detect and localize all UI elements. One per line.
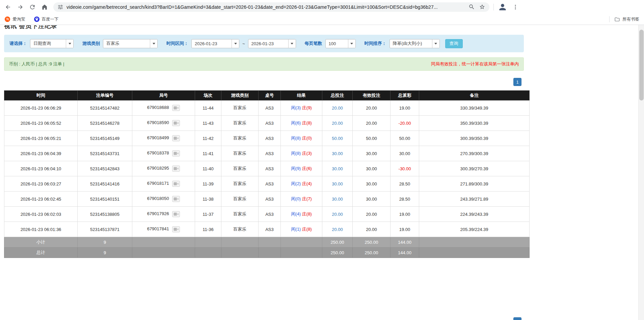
chevron-down-icon[interactable] <box>232 39 239 48</box>
chevron-down-icon[interactable] <box>66 39 73 48</box>
cell-table-no: AS3 <box>259 161 281 176</box>
cell-valid-bet: 20.00 <box>353 207 391 222</box>
select-type-combo[interactable]: 日期查询 <box>30 39 74 48</box>
cell-round: 679018590 <box>132 116 195 131</box>
sort-value[interactable]: 降幂(由大到小) <box>390 39 432 48</box>
cell-time: 2026-01-23 06:02:03 <box>4 207 78 222</box>
all-bookmarks-button[interactable]: 所有书签 <box>614 17 639 22</box>
profile-avatar[interactable] <box>498 2 507 11</box>
cell-table-no: AS3 <box>259 207 281 222</box>
date-end-combo[interactable]: 2026-01-23 <box>248 39 296 48</box>
subtotal-label: 小计 <box>4 237 78 248</box>
bookmark-item-baidu[interactable]: 百度一下 <box>34 17 59 22</box>
total-bet-link[interactable]: 30.00 <box>332 166 343 171</box>
chevron-down-icon[interactable] <box>348 39 355 48</box>
video-replay-icon[interactable] <box>172 211 180 217</box>
scrollbar[interactable] <box>638 25 644 320</box>
tilde-separator: ~ <box>242 41 245 46</box>
chevron-down-icon[interactable] <box>288 39 296 48</box>
video-replay-icon[interactable] <box>172 105 180 111</box>
table-row: 2026-01-23 06:02:03523145138805679017926… <box>4 207 530 222</box>
game-type-combo[interactable]: 百家乐 <box>103 39 158 48</box>
page-button[interactable]: 1 <box>513 317 521 320</box>
cell-time: 2026-01-23 06:05:52 <box>4 116 78 131</box>
date-start-value[interactable]: 2026-01-23 <box>192 39 232 48</box>
cell-note: 300.39/350.39 <box>419 131 530 146</box>
cell-table-no: AS3 <box>259 100 281 116</box>
date-end-value[interactable]: 2026-01-23 <box>248 39 288 48</box>
cell-session: 11-36 <box>195 222 221 237</box>
home-button[interactable] <box>39 1 50 13</box>
video-replay-icon[interactable] <box>172 166 180 172</box>
cell-table-no: AS3 <box>259 146 281 161</box>
total-bet-link[interactable]: 50.00 <box>332 136 343 141</box>
total-bet-link[interactable]: 30.00 <box>332 197 343 202</box>
total-bet-link[interactable]: 20.00 <box>332 227 343 232</box>
cell-result: 闲(9) 庄(6) <box>281 161 322 176</box>
select-type-value[interactable]: 日期查询 <box>30 39 66 48</box>
cell-bet-id: 523145146278 <box>78 116 132 131</box>
game-type-value[interactable]: 百家乐 <box>103 39 150 48</box>
url-text[interactable]: videoie.com/game/betrecord_search/kind3?… <box>66 4 464 10</box>
home-icon <box>41 4 48 10</box>
toolbar-divider <box>493 4 494 10</box>
chevron-down-icon[interactable] <box>432 39 439 48</box>
bookmark-item-taobao[interactable]: 淘 爱淘宝 <box>5 17 25 22</box>
video-replay-icon[interactable] <box>172 150 180 156</box>
cell-valid-bet: 30.00 <box>353 176 391 192</box>
table-row: 2026-01-23 06:05:52523145146278679018590… <box>4 116 530 131</box>
cell-game-type: 百家乐 <box>221 161 259 176</box>
cell-total-bet: 20.00 <box>322 207 353 222</box>
address-bar[interactable]: videoie.com/game/betrecord_search/kind3?… <box>53 2 489 12</box>
search-button[interactable]: 查询 <box>445 39 463 48</box>
video-replay-icon[interactable] <box>172 196 180 202</box>
total-bet-link[interactable]: 20.00 <box>332 106 343 111</box>
total-bet-link[interactable]: 30.00 <box>332 151 343 156</box>
cell-valid-bet: 30.00 <box>353 192 391 207</box>
back-button[interactable] <box>2 1 14 13</box>
player-result: 闲(8) <box>291 151 301 156</box>
back-icon <box>5 4 11 10</box>
zoom-icon[interactable] <box>468 4 475 10</box>
forward-button[interactable] <box>15 1 26 13</box>
cell-note: 224.39/243.39 <box>419 207 530 222</box>
per-page-combo[interactable]: 100 <box>325 39 356 48</box>
site-settings-icon[interactable] <box>57 4 63 10</box>
total-bet-link[interactable]: 20.00 <box>332 212 343 217</box>
cell-game-type: 百家乐 <box>221 131 259 146</box>
cell-game-type: 百家乐 <box>221 192 259 207</box>
cell-bet-id: 523145142843 <box>78 161 132 176</box>
sort-combo[interactable]: 降幂(由大到小) <box>390 39 440 48</box>
banker-result: 庄(6) <box>302 166 312 171</box>
video-replay-icon[interactable] <box>172 181 180 187</box>
game-type-label: 游戏类别 <box>82 40 100 47</box>
bookmark-star-icon[interactable] <box>479 4 485 10</box>
video-replay-icon[interactable] <box>172 120 180 126</box>
video-replay-icon[interactable] <box>172 135 180 141</box>
table-row: 2026-01-23 06:03:27523145141416679018171… <box>4 176 530 192</box>
chevron-down-icon[interactable] <box>150 39 157 48</box>
cell-table-no: AS3 <box>259 192 281 207</box>
reload-button[interactable] <box>27 1 38 13</box>
cell-round: 679017926 <box>132 207 195 222</box>
cell-bet-id: 523145143731 <box>78 146 132 161</box>
cell-table-no: AS3 <box>259 116 281 131</box>
per-page-value[interactable]: 100 <box>326 39 348 48</box>
column-header: 注单编号 <box>78 91 132 100</box>
video-replay-icon[interactable] <box>172 226 180 232</box>
scrollbar-thumb[interactable] <box>639 30 644 100</box>
cell-total-bet: 30.00 <box>322 161 353 176</box>
cell-round: 679018295 <box>132 161 195 176</box>
total-label: 总计 <box>4 248 78 258</box>
cell-session: 11-39 <box>195 176 221 192</box>
page-button[interactable]: 1 <box>513 78 521 86</box>
cell-total-bet: 20.00 <box>322 222 353 237</box>
banker-result: 庄(4) <box>302 181 312 186</box>
cell-payout: 28.50 <box>391 176 419 192</box>
menu-dots-icon[interactable] <box>510 2 520 12</box>
forward-icon <box>17 4 24 10</box>
date-start-combo[interactable]: 2026-01-23 <box>191 39 239 48</box>
total-bet-link[interactable]: 30.00 <box>332 181 343 186</box>
cell-note: 270.39/300.39 <box>419 146 530 161</box>
total-bet-link[interactable]: 20.00 <box>332 121 343 126</box>
